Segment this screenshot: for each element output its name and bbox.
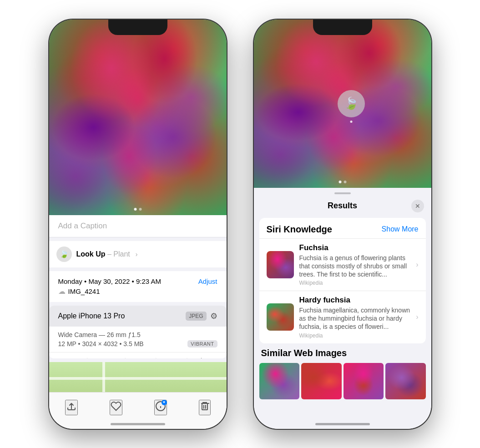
fuchsia-thumb-image	[267, 251, 294, 278]
siri-dot	[350, 121, 353, 123]
fuchsia-chevron: ›	[416, 261, 418, 269]
similar-section: Similar Web Images	[254, 348, 431, 399]
fuchsia-name: Fuchsia	[299, 243, 411, 252]
hardy-thumb-image	[267, 303, 294, 331]
knowledge-header: Siri Knowledge Show More	[259, 218, 426, 238]
fuchsia-text: Fuchsia Fuchsia is a genus of flowering …	[299, 243, 411, 287]
camera-settings: ISO 50 | 26 mm | 0 ev | ƒ1.5 | 1/181 s	[49, 352, 227, 358]
map-road-horizontal	[49, 377, 227, 380]
format-badge: JPEG	[186, 312, 206, 321]
trash-icon	[200, 401, 210, 414]
hardy-desc: Fuchsia magellanica, commonly known as t…	[299, 306, 411, 331]
lookup-chevron: ›	[136, 251, 138, 258]
knowledge-item-1[interactable]: Fuchsia Fuchsia is a genus of flowering …	[259, 238, 426, 291]
similar-image-4[interactable]	[385, 363, 426, 399]
fuchsia-desc: Fuchsia is a genus of flowering plants t…	[299, 254, 411, 279]
date-row: Monday • May 30, 2022 • 9:23 AM Adjust	[58, 277, 217, 285]
siri-knowledge-section: Siri Knowledge Show More Fuchsia Fuchsia…	[259, 218, 426, 343]
camera-specs: Wide Camera — 26 mm ƒ1.5 12 MP • 3024 × …	[49, 327, 227, 352]
shutter-spec: 1/181 s	[196, 357, 217, 358]
caption-placeholder[interactable]: Add a Caption	[58, 221, 107, 230]
delete-button[interactable]	[199, 400, 211, 415]
heart-icon	[111, 401, 121, 414]
panel-handle	[334, 192, 351, 194]
siri-leaf-icon: 🍃	[344, 96, 359, 111]
r-dot-2	[344, 181, 346, 183]
dot-1	[134, 208, 136, 211]
hardy-chevron: ›	[416, 313, 418, 321]
show-more-button[interactable]: Show More	[382, 225, 419, 233]
iso-spec: ISO 50	[58, 357, 78, 358]
share-icon	[66, 401, 77, 414]
dot-2	[139, 208, 141, 211]
mp-row: 12 MP • 3024 × 4032 • 3.5 MB VIBRANT	[58, 340, 217, 347]
map-road-vertical	[102, 362, 105, 392]
ev-spec: 0 ev	[135, 357, 147, 358]
lookup-icon: 🍃	[56, 247, 72, 262]
cloud-icon: ☁	[58, 287, 66, 296]
info-badge: ✦	[155, 401, 166, 414]
hardy-name: Hardy fuchsia	[299, 296, 411, 305]
lookup-row[interactable]: 🍃 Look Up – Plant ›	[49, 241, 227, 267]
caption-area[interactable]: Add a Caption	[49, 215, 227, 237]
hardy-source: Wikipedia	[299, 332, 411, 339]
hardy-text: Hardy fuchsia Fuchsia magellanica, commo…	[299, 296, 411, 339]
share-button[interactable]	[65, 400, 78, 415]
device-row: Apple iPhone 13 Pro JPEG ⚙	[49, 306, 227, 327]
results-header: Results ✕	[254, 197, 431, 218]
focal-spec: 26 mm	[96, 357, 116, 358]
results-panel: Results ✕ Siri Knowledge Show More	[254, 188, 431, 429]
filename-row: ☁ IMG_4241	[58, 287, 217, 296]
left-phone: Add a Caption 🍃 Look Up – Plant › Monday…	[49, 20, 227, 429]
similar-image-2[interactable]	[301, 363, 342, 399]
adjust-button[interactable]: Adjust	[198, 277, 217, 285]
favorite-button[interactable]	[110, 400, 122, 415]
close-icon: ✕	[415, 202, 420, 210]
similar-image-3[interactable]	[344, 363, 384, 399]
metadata-section: Monday • May 30, 2022 • 9:23 AM Adjust ☁…	[49, 271, 227, 302]
close-button[interactable]: ✕	[411, 200, 424, 212]
flower-photo[interactable]	[49, 20, 227, 215]
photo-date: Monday • May 30, 2022 • 9:23 AM	[58, 277, 161, 285]
r-home-indicator	[315, 423, 370, 425]
flower-overlay	[49, 20, 227, 215]
r-dot-1	[339, 181, 341, 183]
aperture-spec: ƒ1.5	[165, 357, 177, 358]
device-badges: JPEG ⚙	[186, 311, 217, 321]
similar-grid	[259, 363, 426, 399]
right-flower-photo[interactable]: 🍃	[254, 20, 431, 188]
map-section[interactable]	[49, 362, 227, 392]
mp-spec: 12 MP • 3024 × 4032 • 3.5 MB	[58, 340, 144, 347]
scene: Add a Caption 🍃 Look Up – Plant › Monday…	[0, 0, 480, 448]
similar-title: Similar Web Images	[259, 348, 426, 358]
siri-lookup-circle: 🍃	[338, 90, 365, 117]
gear-icon: ⚙	[210, 311, 217, 321]
info-button[interactable]: ✦	[154, 400, 167, 415]
device-section: Apple iPhone 13 Pro JPEG ⚙ Wide Camera —…	[49, 306, 227, 358]
similar-image-1[interactable]	[259, 363, 300, 399]
lens-spec: Wide Camera — 26 mm ƒ1.5	[58, 331, 217, 338]
results-title: Results	[274, 201, 411, 211]
right-photo-dots	[339, 181, 346, 183]
vibrant-badge: VIBRANT	[187, 340, 217, 347]
knowledge-item-2[interactable]: Hardy fuchsia Fuchsia magellanica, commo…	[259, 291, 426, 343]
right-phone-screen: 🍃 Results ✕	[254, 20, 431, 429]
info-dot: ✦	[162, 400, 167, 405]
photo-dots	[134, 208, 141, 211]
fuchsia-thumb	[267, 251, 294, 278]
home-indicator	[111, 423, 165, 425]
knowledge-title: Siri Knowledge	[267, 224, 332, 235]
device-name: Apple iPhone 13 Pro	[58, 312, 125, 320]
left-phone-screen: Add a Caption 🍃 Look Up – Plant › Monday…	[49, 20, 227, 429]
lookup-label: Look Up – Plant	[76, 250, 130, 258]
info-panel: Add a Caption 🍃 Look Up – Plant › Monday…	[49, 215, 227, 429]
map-background	[49, 362, 227, 392]
fuchsia-source: Wikipedia	[299, 280, 411, 286]
hardy-thumb	[267, 303, 294, 331]
right-phone: 🍃 Results ✕	[254, 20, 431, 429]
svg-rect-3	[202, 403, 207, 410]
filename: IMG_4241	[68, 287, 100, 295]
